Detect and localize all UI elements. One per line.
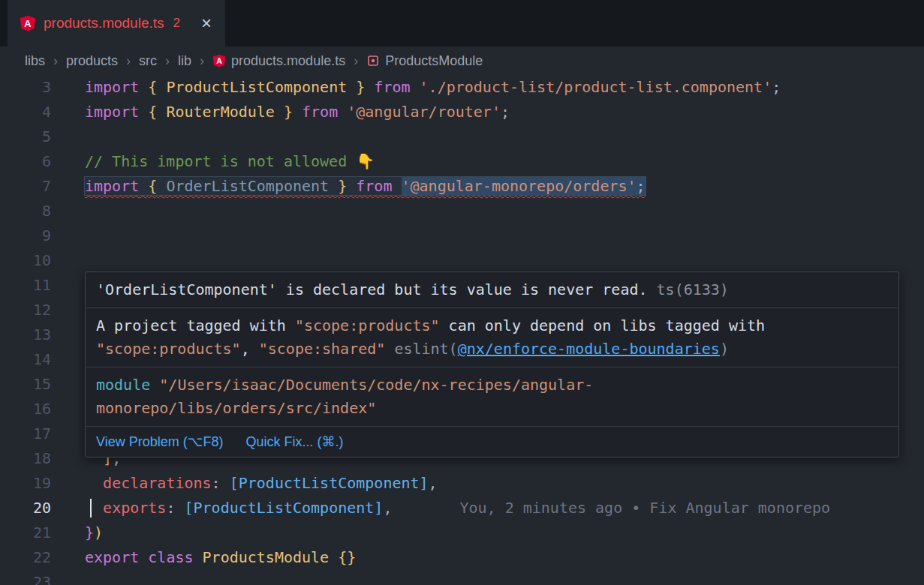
code-token: ProductListComponent	[166, 78, 347, 96]
line-number: 15	[0, 372, 51, 397]
breadcrumb-separator-icon: ›	[200, 53, 204, 69]
code-line-22[interactable]: 22export class ProductsModule {}	[0, 545, 924, 570]
code-token	[293, 103, 302, 121]
code-token: )	[94, 524, 103, 542]
tab-bar: A products.module.ts 2 ×	[0, 0, 924, 46]
code-token: RouterModule	[166, 103, 275, 121]
breadcrumb-item-productsmodule[interactable]: ProductsModule	[366, 53, 483, 69]
code-token: {	[148, 78, 157, 96]
line-content: exports: [ProductListComponent],You, 2 m…	[85, 496, 830, 520]
svg-text:A: A	[24, 18, 31, 29]
code-token: export	[85, 548, 139, 566]
line-number: 22	[0, 545, 51, 570]
code-token: declarations	[103, 474, 212, 492]
code-line-4[interactable]: 4import { RouterModule } from '@angular/…	[0, 100, 924, 124]
view-problem-action[interactable]: View Problem (⌥F8)	[96, 433, 223, 451]
code-token: '@angular/router'	[347, 103, 501, 121]
code-line-3[interactable]: 3import { ProductListComponent } from '.…	[0, 75, 924, 100]
code-line-23[interactable]: 23	[0, 570, 924, 585]
line-number: 21	[0, 520, 51, 545]
breadcrumb-separator-icon: ›	[126, 53, 131, 69]
eslint-rule-link[interactable]: @nx/enforce-module-boundaries	[458, 340, 720, 358]
breadcrumb-item-src[interactable]: src	[139, 53, 157, 69]
code-line-10[interactable]: 10	[0, 248, 924, 273]
hover-text-segment: "scope:products"	[295, 316, 440, 334]
inline-blame: You, 2 minutes ago • Fix Angular monorep…	[459, 499, 830, 517]
code-token	[157, 177, 166, 195]
code-line-21[interactable]: 21})	[0, 520, 924, 545]
code-line-19[interactable]: 19 declarations: [ProductListComponent],	[0, 471, 924, 496]
code-token	[85, 499, 103, 517]
hover-text-segment: A project tagged with	[96, 316, 295, 334]
editor[interactable]: 3import { ProductListComponent } from '.…	[0, 75, 924, 585]
breadcrumb-item-libs[interactable]: libs	[25, 53, 45, 69]
line-content: })	[85, 520, 103, 545]
code-token	[139, 548, 148, 566]
code-token	[194, 548, 203, 566]
tab-title: products.module.ts	[44, 15, 164, 32]
hover-row-0: 'OrderListComponent' is declared but its…	[86, 272, 898, 308]
code-line-8[interactable]: 8	[0, 199, 924, 224]
code-token: ,	[383, 499, 392, 517]
line-number: 4	[0, 100, 51, 124]
code-token: }	[356, 78, 365, 96]
code-token	[139, 78, 148, 96]
code-line-5[interactable]: 5	[0, 124, 924, 149]
line-content: declarations: [ProductListComponent],	[85, 471, 438, 496]
code-line-6[interactable]: 6// This import is not allowed 👇	[0, 149, 924, 174]
hover-text-segment: ts(6133)	[648, 280, 729, 298]
code-token: [	[230, 474, 239, 492]
line-number: 18	[0, 446, 51, 471]
line-content: import { OrderListComponent } from '@ang…	[85, 174, 646, 199]
line-content: export class ProductsModule {}	[85, 545, 356, 570]
line-number: 19	[0, 471, 51, 496]
code-token: ,	[429, 474, 438, 492]
code-token: from	[302, 103, 338, 121]
breadcrumb-item-products[interactable]: products	[66, 53, 118, 69]
line-content: import { RouterModule } from '@angular/r…	[85, 100, 510, 124]
breadcrumb-item-products-module-ts[interactable]: Aproducts.module.ts	[212, 53, 345, 69]
hover-row-1: A project tagged with "scope:products" c…	[86, 308, 898, 367]
code-token	[347, 78, 356, 96]
code-token	[338, 103, 347, 121]
code-line-20[interactable]: 20 exports: [ProductListComponent],You, …	[0, 496, 924, 520]
line-content: // This import is not allowed 👇	[85, 149, 375, 174]
code-token: // This import is not allowed 👇	[85, 152, 375, 170]
code-token	[365, 78, 374, 96]
close-icon[interactable]: ×	[201, 14, 212, 32]
breadcrumb-label: products	[66, 53, 118, 69]
line-number: 16	[0, 397, 51, 422]
code-token: ;	[772, 78, 781, 96]
line-number: 8	[0, 199, 51, 224]
code-token: :	[212, 474, 230, 492]
hover-code-token: module	[96, 376, 159, 394]
code-token: ;	[501, 103, 510, 121]
hover-text-segment: 'OrderListComponent' is declared but its…	[96, 280, 648, 298]
breadcrumb-label: libs	[25, 53, 45, 69]
breadcrumb-item-lib[interactable]: lib	[178, 53, 191, 69]
hover-code-token: monorepo/libs/orders/src/index"	[96, 399, 376, 417]
hover-code-line: monorepo/libs/orders/src/index"	[96, 397, 888, 420]
code-token: :	[166, 499, 184, 517]
code-token: }	[338, 177, 347, 195]
svg-text:A: A	[216, 56, 222, 65]
code-token	[329, 548, 338, 566]
hover-text-segment	[385, 340, 394, 358]
code-token: './product-list/product-list.component'	[420, 78, 772, 96]
code-token	[157, 103, 166, 121]
breadcrumb-separator-icon: ›	[165, 53, 170, 69]
code-line-7[interactable]: 7import { OrderListComponent } from '@an…	[0, 174, 924, 199]
code-token: {	[148, 103, 157, 121]
code-token	[329, 177, 338, 195]
code-token	[157, 78, 166, 96]
line-number: 20	[0, 496, 51, 520]
code-line-9[interactable]: 9	[0, 224, 924, 248]
tab-products-module-ts[interactable]: A products.module.ts 2 ×	[8, 0, 225, 46]
code-token	[139, 103, 148, 121]
line-number: 11	[0, 273, 51, 298]
quick-fix-action[interactable]: Quick Fix... (⌘.)	[245, 433, 343, 451]
hover-action-bar: View Problem (⌥F8)Quick Fix... (⌘.)	[86, 426, 898, 457]
text-cursor	[90, 499, 92, 518]
line-number: 9	[0, 224, 51, 248]
code-token	[347, 177, 356, 195]
